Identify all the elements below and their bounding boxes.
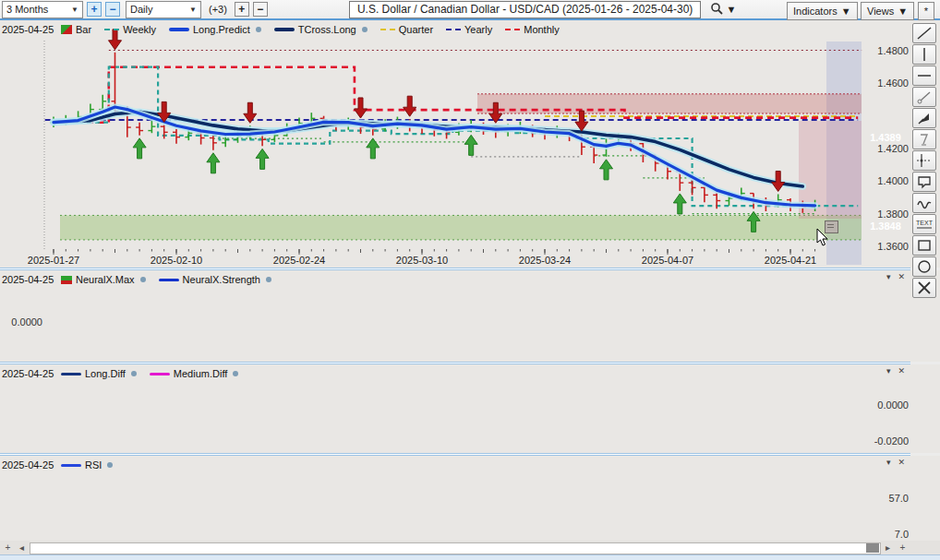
series-handle-icon[interactable] — [131, 371, 137, 376]
legend-weekly[interactable]: Weekly — [123, 24, 156, 35]
svg-text:2025-03-10: 2025-03-10 — [396, 255, 448, 266]
price-tick-label: 1.3800 — [866, 209, 909, 220]
crosshair-tool-icon[interactable] — [912, 150, 936, 171]
interval-select[interactable]: Daily ▼ — [126, 1, 201, 18]
symbol-title[interactable]: U.S. Dollar / Canadian Dollar - USD/CAD … — [349, 1, 702, 18]
legend-neuralx-strength[interactable]: NeuralX.Strength — [183, 274, 260, 285]
interval-select-value: Daily — [130, 4, 152, 15]
legend-monthly[interactable]: Monthly — [524, 24, 560, 35]
fibonacci-tool-icon[interactable] — [912, 129, 936, 149]
neuralx-max-icon — [61, 276, 72, 284]
panel-close-icon[interactable]: ✕ — [898, 366, 906, 375]
range-zoom-in-button[interactable]: + — [87, 2, 102, 17]
long-predict-line-icon — [169, 28, 189, 31]
series-handle-icon[interactable] — [256, 27, 261, 32]
panel-collapse-icon[interactable]: ▾ — [886, 272, 891, 281]
legend-tcross-long[interactable]: TCross.Long — [298, 24, 356, 35]
crosshair-date-label: 2025-04-25 — [0, 368, 55, 379]
series-handle-icon[interactable] — [362, 27, 368, 32]
tcross-long-line-icon — [274, 28, 295, 31]
charting-app-window: 3 Months ▼ + − Daily ▼ (+3) + − U.S. Dol… — [0, 0, 940, 560]
svg-text:2025-03-24: 2025-03-24 — [519, 255, 571, 266]
rsi-panel: 2025-04-25 RSI ▾ ✕ 57.0 7.0 — [0, 456, 940, 541]
chevron-down-icon: ▼ — [189, 6, 197, 14]
legend-yearly[interactable]: Yearly — [464, 24, 492, 35]
search-icon[interactable] — [710, 2, 724, 18]
legend-long-diff[interactable]: Long.Diff — [85, 368, 126, 379]
freehand-tool-icon[interactable] — [912, 193, 936, 213]
ellipse-tool-icon[interactable] — [912, 256, 936, 277]
views-button-label: Views — [867, 6, 894, 17]
medium-diff-icon — [150, 373, 170, 375]
rsi-icon — [61, 464, 81, 467]
trendline-tool-icon[interactable] — [912, 87, 936, 107]
legend-bar[interactable]: Bar — [76, 24, 91, 35]
price-tick-label: 1.4600 — [866, 77, 909, 89]
range-zoom-out-button[interactable]: − — [105, 2, 120, 17]
scroll-left-button[interactable]: ◂ — [16, 542, 28, 553]
diff-panel: 2025-04-25 Long.Diff Medium.Diff ▾ ✕ 0.0… — [0, 364, 940, 453]
chevron-down-icon: ▼ — [71, 6, 78, 14]
crosshair-date-label: 2025-04-25 — [0, 459, 55, 471]
rectangle-tool-icon[interactable] — [912, 235, 936, 256]
drawing-tools-toolbar: TEXT — [912, 23, 940, 298]
legend-quarter[interactable]: Quarter — [399, 24, 433, 35]
prediction-days-label: (+3) — [209, 4, 227, 15]
diff-legend: 2025-04-25 Long.Diff Medium.Diff — [0, 366, 246, 381]
mouse-cursor — [816, 229, 829, 247]
legend-medium-diff[interactable]: Medium.Diff — [174, 368, 227, 379]
crosshair-date-label: 2025-04-25 — [0, 274, 55, 285]
scroll-right-button[interactable]: ▸ — [882, 542, 894, 553]
long-diff-icon — [61, 373, 81, 375]
indicators-button[interactable]: Indicators ▼ — [787, 2, 858, 20]
predict-add-button[interactable]: + — [235, 2, 249, 17]
text-tool-icon[interactable]: TEXT — [912, 214, 936, 234]
legend-rsi[interactable]: RSI — [85, 459, 102, 471]
views-button[interactable]: Views ▼ — [861, 2, 914, 20]
legend-neuralx-max[interactable]: NeuralX.Max — [76, 274, 135, 285]
search-dropdown-icon[interactable]: ▼ — [726, 4, 736, 15]
svg-text:2025-04-07: 2025-04-07 — [642, 255, 693, 266]
legend-long-predict[interactable]: Long.Predict — [193, 24, 250, 35]
svg-text:2025-01-27: 2025-01-27 — [28, 255, 79, 266]
top-toolbar: 3 Months ▼ + − Daily ▼ (+3) + − U.S. Dol… — [0, 0, 940, 20]
series-handle-icon[interactable] — [140, 277, 146, 282]
price-tick-label: 1.3600 — [866, 241, 909, 252]
chevron-down-icon: ▼ — [898, 6, 908, 17]
series-handle-icon[interactable] — [266, 277, 271, 282]
callout-tool-icon[interactable] — [912, 172, 936, 192]
quarter-line-icon — [380, 29, 395, 30]
delete-tool-icon[interactable] — [912, 278, 936, 298]
panel-collapse-icon[interactable]: ▾ — [886, 366, 891, 375]
scroll-add-right-button[interactable]: + — [897, 542, 909, 553]
price-chart-panel: 2025-04-25 Bar Weekly Long.Predict TCros… — [0, 20, 940, 268]
rsi-legend: 2025-04-25 RSI — [0, 458, 120, 472]
panel-close-icon[interactable]: ✕ — [898, 272, 906, 281]
price-tick-label: 1.4800 — [866, 45, 909, 56]
text-tool-glyph: TEXT — [916, 220, 934, 226]
bar-series-icon — [61, 25, 72, 34]
scrollbar-track[interactable] — [30, 542, 881, 554]
diagonal-line-tool-icon[interactable] — [912, 23, 936, 43]
range-select[interactable]: 3 Months ▼ — [2, 1, 83, 18]
series-handle-icon[interactable] — [233, 371, 238, 376]
svg-text:2025-02-10: 2025-02-10 — [151, 255, 202, 266]
vertical-line-tool-icon[interactable] — [912, 44, 936, 65]
scrollbar-thumb[interactable] — [866, 543, 879, 553]
horizontal-line-tool-icon[interactable] — [912, 66, 936, 86]
monthly-line-icon — [505, 29, 520, 30]
panel-collapse-icon[interactable]: ▾ — [886, 458, 891, 467]
rsi-canvas[interactable] — [0, 456, 940, 541]
neuralx-panel: 2025-04-25 NeuralX.Max NeuralX.Strength … — [0, 270, 940, 362]
marker-tool-icon[interactable] — [912, 108, 936, 128]
yearly-line-icon — [446, 29, 461, 30]
monthly-level-badge: 1.4389 — [862, 131, 909, 145]
scroll-add-left-button[interactable]: + — [2, 542, 14, 553]
panel-close-icon[interactable]: ✕ — [898, 458, 906, 467]
series-handle-icon[interactable] — [107, 462, 113, 468]
favorite-button[interactable]: * — [918, 2, 934, 20]
price-chart-canvas[interactable]: 2025-01-272025-02-102025-02-242025-03-10… — [0, 20, 940, 268]
svg-text:2025-04-21: 2025-04-21 — [765, 255, 816, 266]
status-strip — [0, 554, 940, 560]
predict-remove-button[interactable]: − — [253, 2, 268, 17]
